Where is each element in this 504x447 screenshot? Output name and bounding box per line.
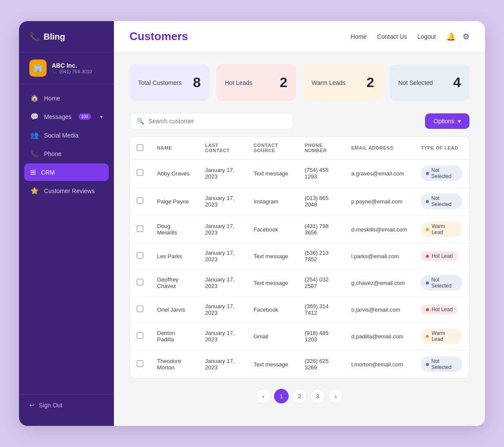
- sidebar-item-crm[interactable]: ⊞ CRM: [24, 163, 109, 181]
- social-media-icon: 👥: [30, 131, 39, 139]
- row-checkbox-0[interactable]: [137, 169, 143, 176]
- table-row: Les Parks January 17, 2023 Text message …: [130, 244, 469, 269]
- messages-icon: 💬: [30, 113, 39, 121]
- stat-label-warm: Warm Leads: [312, 79, 346, 86]
- row-checkbox-cell: [130, 188, 150, 216]
- row-checkbox-cell: [130, 350, 150, 378]
- cell-contact-source: Text message: [247, 269, 298, 297]
- nav-home[interactable]: Home: [351, 33, 367, 40]
- cell-lead-type: Not Selected: [414, 188, 469, 216]
- row-checkbox-7[interactable]: [137, 360, 143, 367]
- nav-logout[interactable]: Logout: [417, 33, 436, 40]
- sidebar-bottom: ↩ Sign Out: [19, 394, 114, 416]
- page-3-button[interactable]: 3: [310, 389, 325, 403]
- nav-contact-us[interactable]: Contact Us: [377, 33, 407, 40]
- cell-name: Doug Meskills: [150, 216, 198, 244]
- row-checkbox-1[interactable]: [137, 197, 143, 204]
- cell-last-contact: January 17, 2023: [198, 244, 246, 269]
- cell-lead-type: Hot Lead: [414, 244, 469, 269]
- bell-icon[interactable]: 🔔: [446, 32, 456, 41]
- row-checkbox-cell: [130, 322, 150, 350]
- badge-dot: [426, 335, 429, 338]
- row-checkbox-3[interactable]: [137, 252, 143, 259]
- stat-value-not: 4: [453, 75, 461, 91]
- pagination: ‹ 1 2 3 ›: [129, 378, 469, 414]
- lead-badge: Hot Lead: [421, 251, 458, 261]
- sidebar-item-messages[interactable]: 💬 Messages 100 ▾: [24, 108, 109, 125]
- row-checkbox-cell: [130, 159, 150, 188]
- search-input[interactable]: [148, 118, 286, 125]
- lead-badge: Warm Lead: [421, 222, 462, 237]
- customers-table: NAME LAST CONTACT CONTACT SOURCE PHONE N…: [129, 136, 469, 378]
- table-row: Paige Payne January 17, 2023 Instagram (…: [130, 188, 469, 216]
- badge-dot: [426, 172, 428, 175]
- sidebar-item-social-media[interactable]: 👥 Social Media: [24, 126, 109, 144]
- sidebar-item-customer-reviews[interactable]: ⭐ Customer Reviews: [24, 182, 109, 200]
- cell-last-contact: January 17, 2023: [198, 216, 246, 244]
- stat-warm-leads: Warm Leads 2: [303, 64, 383, 101]
- logo-icon: 📞: [29, 31, 40, 42]
- phone-icon: 📞: [30, 150, 39, 158]
- table-row: Geoffrey Chavez January 17, 2023 Text me…: [130, 269, 469, 297]
- cell-phone: (536) 213 7852: [298, 244, 344, 269]
- cell-contact-source: Text message: [247, 350, 298, 378]
- options-button[interactable]: Options ▾: [425, 113, 469, 129]
- toolbar: 🔍 Options ▾: [129, 113, 469, 129]
- row-checkbox-2[interactable]: [137, 225, 143, 232]
- row-checkbox-6[interactable]: [137, 332, 143, 339]
- stat-label-hot: Hot Leads: [225, 79, 252, 86]
- reviews-icon: ⭐: [30, 187, 39, 195]
- col-checkbox: [130, 137, 150, 159]
- row-checkbox-4[interactable]: [137, 279, 143, 285]
- table-row: Oriel Jarvis January 17, 2023 Facebook (…: [130, 297, 469, 322]
- badge-dot: [426, 228, 429, 231]
- stats-row: Total Customers 8 Hot Leads 2 Warm Leads…: [129, 64, 469, 101]
- main-nav: Home Contact Us Logout 🔔 ⚙: [351, 32, 469, 41]
- lead-badge: Not Selected: [421, 166, 462, 181]
- main-content: Customers Home Contact Us Logout 🔔 ⚙ Tot…: [114, 21, 485, 426]
- col-phone-number: PHONE NUMBER: [298, 137, 344, 159]
- home-icon: 🏠: [30, 94, 39, 102]
- stat-not-selected: Not Selected 4: [390, 64, 469, 101]
- row-checkbox-cell: [130, 216, 150, 244]
- gear-icon[interactable]: ⚙: [463, 32, 469, 41]
- lead-badge: Not Selected: [421, 194, 462, 209]
- cell-lead-type: Not Selected: [414, 269, 469, 297]
- lead-badge: Warm Lead: [421, 328, 462, 344]
- cell-name: Les Parks: [150, 244, 198, 269]
- cell-email: a.graves@email.com: [344, 159, 414, 188]
- page-2-button[interactable]: 2: [292, 389, 307, 403]
- cell-email: t.morton@email.com: [344, 350, 414, 378]
- cell-phone: (254) 032 2587: [298, 269, 344, 297]
- table-row: Abby Graves January 17, 2023 Text messag…: [130, 159, 469, 188]
- cell-lead-type: Warm Lead: [414, 322, 469, 350]
- page-content: Total Customers 8 Hot Leads 2 Warm Leads…: [114, 52, 485, 426]
- row-checkbox-cell: [130, 297, 150, 322]
- cell-phone: (013) 865 2048: [298, 188, 344, 216]
- sidebar: 📞 Bling 🏢 ABC Inc. 📞 (541) 754-3010 🏠 Ho…: [19, 21, 114, 426]
- col-type-of-lead: TYPE OF LEAD: [414, 137, 469, 159]
- cell-phone: (326) 625 3269: [298, 350, 344, 378]
- cell-name: Abby Graves: [150, 159, 198, 188]
- cell-email: g.chavez@email.com: [344, 269, 414, 297]
- cell-contact-source: Text message: [247, 244, 298, 269]
- phone-icon: 📞: [52, 69, 58, 75]
- sidebar-nav: 🏠 Home 💬 Messages 100 ▾ 👥 Social Media 📞…: [19, 89, 114, 394]
- badge-dot: [426, 363, 428, 366]
- table-row: Doug Meskills January 17, 2023 Facebook …: [130, 216, 469, 244]
- header-icons: 🔔 ⚙: [446, 32, 469, 41]
- sidebar-item-home[interactable]: 🏠 Home: [24, 89, 109, 107]
- page-1-button[interactable]: 1: [274, 389, 289, 403]
- cell-name: Geoffrey Chavez: [150, 269, 198, 297]
- sign-out-button[interactable]: ↩ Sign Out: [29, 402, 104, 409]
- sidebar-item-phone[interactable]: 📞 Phone: [24, 145, 109, 163]
- row-checkbox-5[interactable]: [137, 306, 143, 312]
- select-all-checkbox[interactable]: [137, 144, 143, 151]
- cell-name: Theodore Morton: [150, 350, 198, 378]
- next-page-button[interactable]: ›: [328, 389, 343, 403]
- profile-phone: 📞 (541) 754-3010: [52, 69, 92, 75]
- prev-page-button[interactable]: ‹: [256, 389, 271, 403]
- cell-contact-source: Text message: [247, 159, 298, 188]
- table-row: Denton Padilla January 17, 2023 Gmail (9…: [130, 322, 469, 350]
- signout-icon: ↩: [29, 402, 35, 409]
